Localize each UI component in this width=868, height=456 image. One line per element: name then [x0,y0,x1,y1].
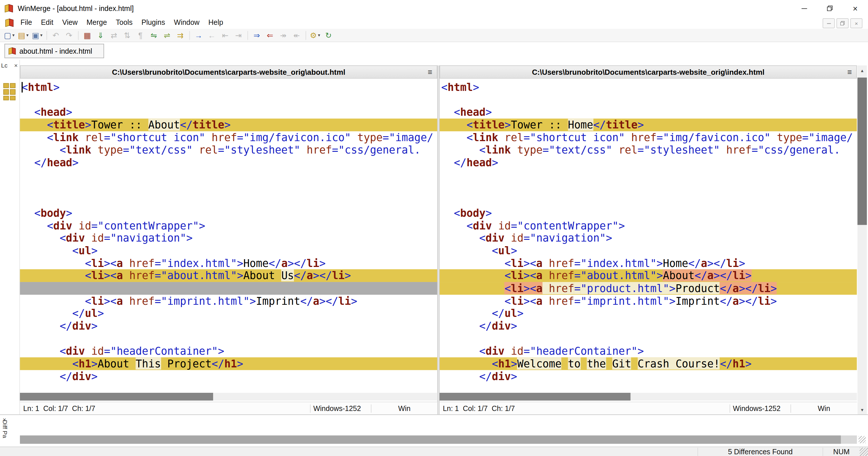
code-line[interactable]: </div> [20,320,437,333]
code-line[interactable]: <html> [20,81,437,93]
code-line[interactable]: <div id="contentWrapper"> [439,219,857,232]
menu-edit[interactable]: Edit [37,17,58,29]
code-line[interactable]: </div> [439,320,857,333]
code-line[interactable]: <h1>Welcome to the Git Crash Course!</h1… [439,357,857,370]
code-line[interactable]: <div id="contentWrapper"> [20,219,437,232]
menu-window[interactable]: Window [169,17,204,29]
dropdown-arrow-icon[interactable]: ▾ [26,33,29,37]
toolbar-next-difference-button[interactable]: → [193,29,205,41]
code-line[interactable]: <li><a href="index.html">Home</a></li> [439,257,857,269]
diff-pane-resize-grip[interactable] [859,436,866,443]
menu-tools[interactable]: Tools [111,17,137,29]
left-hscroll-thumb[interactable] [20,393,213,401]
code-line[interactable]: <ul> [20,244,437,257]
code-line[interactable] [439,93,857,106]
vscroll-thumb[interactable] [857,78,867,225]
code-line[interactable]: <li><a href="imprint.html">Imprint</a></… [439,295,857,307]
close-button[interactable]: × [843,0,868,17]
mdi-minimize-button[interactable] [823,18,835,28]
scroll-down-arrow-icon[interactable]: ▾ [857,405,867,415]
dropdown-arrow-icon[interactable]: ▾ [318,33,320,37]
toolbar-undo-button[interactable]: ↶ [50,29,62,41]
toolbar-copy-to-left-button[interactable]: ⇐ [264,29,276,41]
tab-about-index[interactable]: about.html - index.html [4,44,104,58]
minimize-button[interactable] [792,0,817,17]
code-line[interactable]: <body> [439,207,857,219]
code-line[interactable]: <li><a href="about.html">About</a></li> [439,269,857,282]
toolbar-auto-merge-button[interactable]: ⇉ [174,29,186,41]
toolbar-refresh-button[interactable]: ↻ [322,29,335,41]
code-line[interactable]: <html> [439,81,857,93]
code-line[interactable] [20,194,437,207]
dropdown-arrow-icon[interactable]: ▾ [12,33,15,37]
code-line[interactable] [439,181,857,194]
menu-merge[interactable]: Merge [82,17,111,29]
scroll-up-arrow-icon[interactable]: ▴ [857,65,867,75]
code-line[interactable]: <head> [20,106,437,119]
code-line[interactable] [439,194,857,207]
toolbar-open-button[interactable]: ▤▾ [17,29,30,41]
toolbar-copy-right-and-advance-button[interactable]: ↠ [277,29,289,41]
code-line[interactable]: <title>Tower :: Home</title> [439,119,857,131]
menu-file[interactable]: File [16,17,37,29]
right-hscroll-thumb[interactable] [439,393,630,401]
toolbar-redo-button[interactable]: ↷ [63,29,75,41]
code-line[interactable]: <link type="text/css" rel="stylesheet" h… [20,144,437,156]
diff-location-mark[interactable] [3,89,9,95]
menu-help[interactable]: Help [204,17,227,29]
pane-splitter[interactable] [437,65,439,415]
code-line[interactable]: <link type="text/css" rel="stylesheet" h… [439,144,857,156]
toolbar-new-button[interactable]: ▢▾ [3,29,16,41]
code-line[interactable]: </head> [20,156,437,169]
left-pane-menu-button[interactable]: ≡ [428,67,433,77]
toolbar-save-button[interactable]: ▣▾ [31,29,44,41]
code-line[interactable]: <div id="navigation"> [439,232,857,245]
missing-line[interactable] [20,282,437,295]
code-line[interactable] [20,169,437,181]
code-line[interactable]: <li><a href="about.html">About Us</a></l… [20,269,437,282]
mdi-close-button[interactable]: × [850,18,863,28]
code-line[interactable]: </head> [439,156,857,169]
window-resize-grip[interactable] [860,447,868,456]
menu-plugins[interactable]: Plugins [137,17,169,29]
code-line[interactable] [439,169,857,181]
toolbar-view-whitespace-button[interactable]: ¶ [134,29,147,41]
toolbar-options-button[interactable]: ⚙▾ [309,29,321,41]
code-line[interactable]: <div id="navigation"> [20,232,437,245]
toolbar-swap-panes-button[interactable]: ⇄ [108,29,120,41]
restore-button[interactable] [817,0,842,17]
diff-location-mark[interactable] [10,96,16,100]
code-line[interactable]: <div id="headerContainer"> [439,345,857,358]
code-line[interactable]: <link rel="shortcut icon" href="img/favi… [20,131,437,144]
right-horizontal-scrollbar[interactable] [439,393,857,401]
diff-location-mark[interactable] [10,83,16,88]
diff-location-mark[interactable] [3,83,9,88]
toolbar-copy-all-to-right-button[interactable]: ⇓ [95,29,107,41]
toolbar-copy-left-and-advance-button[interactable]: ↞ [290,29,303,41]
diff-location-mark[interactable] [3,96,9,100]
code-line[interactable]: <title>Tower :: About</title> [20,119,437,131]
code-line[interactable] [20,93,437,106]
menu-view[interactable]: View [58,17,82,29]
right-pane-menu-button[interactable]: ≡ [847,67,852,77]
code-line[interactable]: <li><a href="index.html">Home</a></li> [20,257,437,269]
toolbar-merge-mode-button[interactable]: ⇋ [148,29,160,41]
code-line[interactable]: <head> [439,106,857,119]
code-line[interactable]: <h1>About This Project</h1> [20,357,437,370]
toolbar-first-difference-button[interactable]: ⇤ [219,29,231,41]
code-line[interactable] [20,181,437,194]
code-line[interactable]: <link rel="shortcut icon" href="img/favi… [439,131,857,144]
code-line[interactable]: <ul> [439,244,857,257]
toolbar-compare-report-button[interactable]: ▦ [81,29,93,41]
left-horizontal-scrollbar[interactable] [20,393,437,401]
code-line[interactable]: <div id="headerContainer"> [20,345,437,358]
vertical-scrollbar[interactable]: ▴ ▾ [857,65,867,415]
code-line[interactable]: <li><a href="imprint.html">Imprint</a></… [20,295,437,307]
code-line[interactable] [20,332,437,345]
toolbar-last-difference-button[interactable]: ⇥ [232,29,245,41]
toolbar-previous-difference-button[interactable]: ← [206,29,218,41]
toolbar-copy-to-right-button[interactable]: ⇒ [251,29,263,41]
code-line[interactable]: </ul> [20,307,437,320]
dropdown-arrow-icon[interactable]: ▾ [40,33,43,37]
code-line[interactable]: <li><a href="product.html">Product</a></… [439,282,857,295]
